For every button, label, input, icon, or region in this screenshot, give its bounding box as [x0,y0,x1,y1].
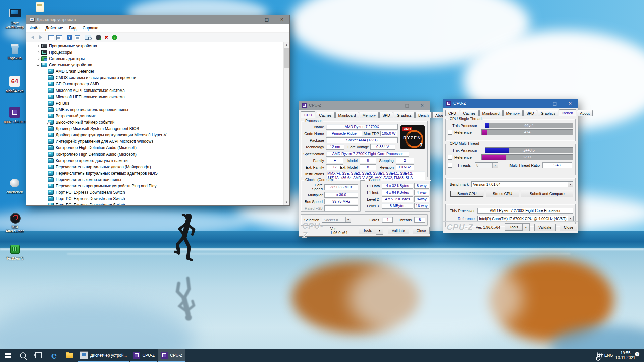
tree-item[interactable]: Системные устройства [26,62,284,68]
tab[interactable]: Caches [460,110,478,116]
cpuz-titlebar[interactable]: CPU-Z – □ ✕ [443,99,578,108]
minimize-button[interactable]: – [384,101,399,110]
refresh-icon[interactable]: ↑ [110,34,118,41]
expander-icon[interactable] [35,45,41,47]
properties-icon[interactable] [55,34,63,41]
task-view-button[interactable] [31,349,46,362]
tree-item[interactable]: Microsoft ACPI-совместимая система [26,87,284,94]
menu-item[interactable]: Действие [43,24,66,32]
desktop-icon[interactable]: MSI Afterburner [2,211,28,233]
desktop-icon[interactable]: cpuz х64.exe [2,106,28,124]
tree-item[interactable]: Перечислитель виртуальных дисков (Майкро… [26,164,284,170]
desktop-icon[interactable]: aida64.exe [2,75,28,93]
volume-tray-icon[interactable] [600,352,602,358]
tools-button[interactable]: Tools [505,223,523,231]
close-button[interactable]: ✕ [415,101,430,110]
mt-reference-checkbox[interactable] [448,155,452,160]
tab[interactable]: About [577,110,593,116]
tree-item[interactable]: Контроллер прямого доступа к памяти [26,157,284,164]
threads-checkbox[interactable] [448,163,452,168]
maximize-button[interactable]: □ [259,15,274,24]
scrollbar-thumb[interactable] [284,48,289,68]
help-icon[interactable]: ? [65,34,73,41]
tab[interactable]: Mainboard [479,110,503,116]
tab[interactable]: SPD [523,110,537,116]
language-indicator[interactable]: ENG [604,353,613,358]
tab[interactable]: CPU [301,111,315,118]
expander-icon[interactable] [35,51,41,53]
tools-dropdown-icon[interactable]: ▾ [523,223,530,231]
tab[interactable]: Mainboard [335,112,359,118]
cpuz-titlebar[interactable]: CPU-Z – □ ✕ [299,101,430,110]
tree-item[interactable]: Перечислитель программных устройств Plug… [26,183,284,189]
tree-item[interactable]: Порт PCI Express Downstream Switch [26,202,284,205]
show-window-icon[interactable] [73,34,82,41]
menu-item[interactable]: Справка [79,24,101,32]
scroll-down-icon[interactable]: ▼ [284,199,289,205]
tree-item[interactable]: Перечислитель виртуальных сетевых адапте… [26,170,284,176]
tab[interactable]: Graphics [538,110,558,116]
tab[interactable]: Caches [316,112,334,118]
edge-button[interactable]: e [46,349,62,362]
update-driver-icon[interactable] [94,34,102,41]
back-icon[interactable] [29,34,37,41]
tree-item[interactable]: Высокоточный таймер событий [26,119,284,125]
tree-item[interactable]: Порт PCI Express Downstream Switch [26,189,284,195]
tab[interactable]: Bench [415,112,432,118]
clock[interactable]: 18:55 13.11.2021 [615,351,635,360]
threads-select[interactable]: 8▾ [475,162,498,168]
minimize-button[interactable]: – [532,99,547,108]
tree-item[interactable]: UMBus перечислитель корневой шины [26,106,284,113]
taskbar-task[interactable]: CPU-Z [130,349,158,362]
tree-item[interactable]: GPIO-контроллер AMD [26,81,284,87]
reference-processor-select[interactable]: Intel(R) Core(TM) i7-6700K CPU @ 4.00GHz… [477,216,574,221]
submit-compare-button[interactable]: Submit and Compare [521,190,573,197]
expander-icon[interactable] [35,64,41,66]
tree-item[interactable]: Контроллер High Definition Audio (Micros… [26,144,284,151]
device-manager-titlebar[interactable]: Диспетчер устройств – □ ✕ [26,15,289,24]
menu-item[interactable]: Файл [26,24,43,32]
file-explorer-button[interactable] [62,349,77,362]
expander-icon[interactable] [35,58,41,60]
st-reference-checkbox[interactable] [448,130,452,135]
benchmark-version-select[interactable]: Version 17.01.64▾ [471,181,573,187]
tools-button[interactable]: Tools [359,227,376,234]
tab[interactable]: Memory [360,112,379,118]
desktop-icon[interactable]: Корзина [2,42,28,60]
close-button[interactable]: Close [560,224,577,231]
menu-item[interactable]: Вид [66,24,79,32]
vertical-scrollbar[interactable]: ▲ ▼ [283,42,289,205]
tree-item[interactable]: CMOS системы и часы реального времени [26,74,284,81]
start-button[interactable] [0,349,15,362]
console-window-icon[interactable] [47,34,55,41]
scroll-up-icon[interactable]: ▲ [284,42,289,48]
validate-button[interactable]: Validate [534,224,556,231]
uninstall-device-icon[interactable]: ✖ [102,34,110,41]
close-button[interactable]: Close [413,227,430,234]
tree-item[interactable]: Pci Bus [26,100,284,106]
tab[interactable]: CPU [445,110,459,116]
tree-item[interactable]: Программные устройства [26,43,284,49]
tree-item[interactable]: Контроллер High Definition Audio (Micros… [26,151,284,157]
taskbar-task[interactable]: CPU-Z [158,349,185,362]
tree-item[interactable]: Сетевые адаптеры [26,55,284,62]
close-button[interactable]: ✕ [562,99,578,108]
tree-item[interactable]: Интерфейс управления для ACPI Microsoft … [26,138,284,144]
validate-button[interactable]: Validate [388,227,409,234]
desktop-icon[interactable]: cinebench [2,176,28,194]
close-button[interactable]: ✕ [274,15,289,24]
tab[interactable]: SPD [379,112,393,118]
tree-item[interactable]: Порт PCI Express Downstream Switch [26,195,284,202]
forward-icon[interactable] [37,34,45,41]
desktop-icon-file[interactable] [32,1,47,14]
desktop-icon[interactable]: Этот компьютер [2,7,28,29]
taskbar-task[interactable]: Диспетчер устрой... [77,349,130,362]
tools-dropdown-icon[interactable]: ▾ [376,227,383,235]
desktop-icon[interactable]: TestMem5 [2,243,28,260]
tab[interactable]: Bench [559,109,576,116]
tree-item[interactable]: Microsoft UEFI-совместимая система [26,94,284,100]
tree-item[interactable]: Перечислитель композитной шины [26,176,284,183]
tree-item[interactable]: AMD Crash Defender [26,68,284,74]
bench-cpu-button[interactable]: Bench CPU [450,190,484,197]
tab[interactable]: Memory [503,110,523,116]
